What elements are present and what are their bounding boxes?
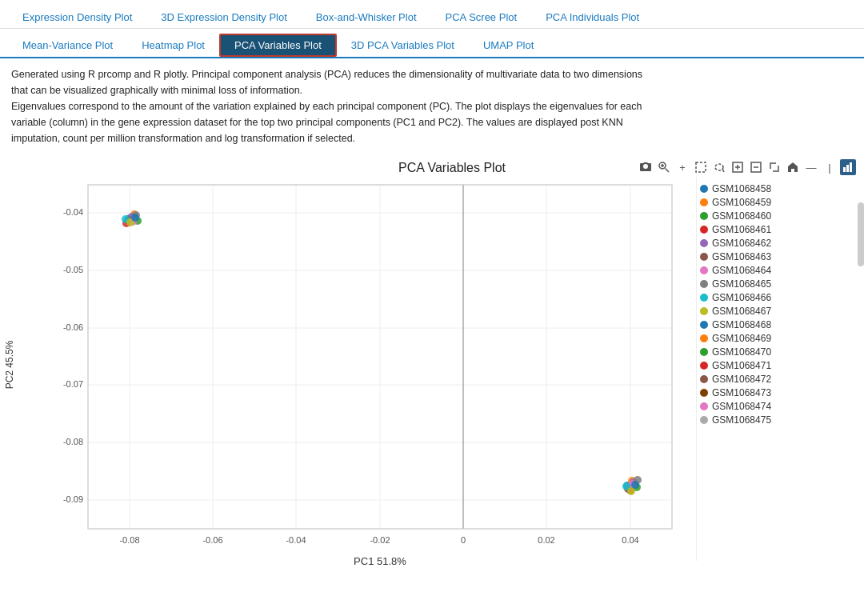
legend-item[interactable]: GSM1068459 xyxy=(700,197,785,208)
legend-item[interactable]: GSM1068467 xyxy=(700,306,785,317)
legend-dot xyxy=(700,389,708,397)
legend-dot xyxy=(700,239,708,247)
legend-item[interactable]: GSM1068469 xyxy=(700,333,785,344)
svg-text:-0.07: -0.07 xyxy=(63,379,83,389)
zoom-out-icon[interactable] xyxy=(748,159,764,175)
tab-3d-pca-variables[interactable]: 3D PCA Variables Plot xyxy=(337,34,469,56)
chart-svg: -0.08 -0.06 -0.04 -0.02 0 0.02 0.04 -0.0… xyxy=(40,177,696,561)
legend-label: GSM1068460 xyxy=(712,210,771,222)
svg-text:-0.02: -0.02 xyxy=(370,535,390,545)
zoom-icon[interactable] xyxy=(656,159,672,175)
camera-icon[interactable] xyxy=(638,159,654,175)
svg-text:-0.04: -0.04 xyxy=(63,207,83,217)
legend-panel: GSM1068458GSM1068459GSM1068460GSM1068461… xyxy=(696,177,788,561)
legend-dot xyxy=(700,375,708,383)
legend-item[interactable]: GSM1068474 xyxy=(700,401,785,412)
legend-label: GSM1068463 xyxy=(712,251,771,262)
legend-dot xyxy=(700,362,708,370)
spike-v-icon[interactable]: | xyxy=(822,159,838,175)
legend-label: GSM1068465 xyxy=(712,278,771,290)
legend-label: GSM1068461 xyxy=(712,224,771,235)
zoom-in-icon[interactable] xyxy=(730,159,746,175)
legend-dot xyxy=(700,307,708,315)
legend-dot xyxy=(700,334,708,342)
legend-item[interactable]: GSM1068461 xyxy=(700,224,785,235)
legend-dot xyxy=(700,321,708,329)
tab-umap[interactable]: UMAP Plot xyxy=(469,34,548,56)
svg-text:-0.08: -0.08 xyxy=(63,437,83,446)
legend-item[interactable]: GSM1068472 xyxy=(700,374,785,385)
svg-line-1 xyxy=(666,169,670,173)
legend-label: GSM1068473 xyxy=(712,387,771,398)
legend-item[interactable]: GSM1068460 xyxy=(700,210,785,222)
svg-text:-0.05: -0.05 xyxy=(63,265,83,274)
legend-dot xyxy=(700,266,708,274)
legend-label: GSM1068469 xyxy=(712,333,771,344)
svg-rect-14 xyxy=(850,162,852,172)
description-text: Generated using R prcomp and R plotly. P… xyxy=(0,58,656,154)
legend-item[interactable]: GSM1068466 xyxy=(700,292,785,303)
svg-text:-0.08: -0.08 xyxy=(119,535,139,545)
legend-label: GSM1068468 xyxy=(712,319,771,330)
spike-h-icon[interactable]: — xyxy=(803,159,819,175)
svg-point-5 xyxy=(715,164,723,170)
legend-label: GSM1068462 xyxy=(712,238,771,249)
lasso-icon[interactable] xyxy=(711,159,727,175)
svg-line-6 xyxy=(722,169,724,172)
legend-label: GSM1068464 xyxy=(712,265,771,276)
box-select-icon[interactable] xyxy=(693,159,709,175)
legend-item[interactable]: GSM1068470 xyxy=(700,346,785,358)
legend-label: GSM1068472 xyxy=(712,374,771,385)
chart-svg-container: -0.08 -0.06 -0.04 -0.02 0 0.02 0.04 -0.0… xyxy=(40,177,696,561)
chart-title-bar: PCA Variables Plot + xyxy=(40,158,864,177)
svg-text:-0.09: -0.09 xyxy=(63,494,83,504)
legend-dot xyxy=(700,348,708,356)
tab-pca-scree[interactable]: PCA Scree Plot xyxy=(431,6,532,28)
svg-rect-13 xyxy=(846,165,849,172)
legend-item[interactable]: GSM1068471 xyxy=(700,360,785,371)
tab-pca-variables[interactable]: PCA Variables Plot xyxy=(219,34,337,57)
legend-item[interactable]: GSM1068475 xyxy=(700,414,785,426)
svg-point-54 xyxy=(131,214,139,222)
legend-dot xyxy=(700,416,708,424)
legend-item[interactable]: GSM1068458 xyxy=(700,183,785,194)
svg-text:-0.04: -0.04 xyxy=(286,535,306,545)
legend-dot xyxy=(700,212,708,220)
legend-label: GSM1068466 xyxy=(712,292,771,303)
autoscale-icon[interactable] xyxy=(766,159,782,175)
svg-text:0.02: 0.02 xyxy=(538,535,554,545)
tab-heatmap[interactable]: Heatmap Plot xyxy=(127,34,219,56)
legend-dot xyxy=(700,253,708,261)
tab-box-whisker[interactable]: Box-and-Whisker Plot xyxy=(302,6,431,28)
legend-label: GSM1068459 xyxy=(712,197,771,208)
legend-dot xyxy=(700,226,708,234)
legend-item[interactable]: GSM1068462 xyxy=(700,238,785,249)
legend-label: GSM1068458 xyxy=(712,183,771,194)
svg-rect-4 xyxy=(696,162,706,172)
legend-label: GSM1068475 xyxy=(712,414,771,426)
legend-label: GSM1068467 xyxy=(712,306,771,317)
tab-expression-density[interactable]: Expression Density Plot xyxy=(8,6,146,28)
plot-area: PC2 45.5% PCA Variables Plot + xyxy=(0,154,864,561)
tab-bar-top: Expression Density Plot 3D Expression De… xyxy=(0,0,864,29)
plus-icon[interactable]: + xyxy=(674,159,690,175)
legend-item[interactable]: GSM1068464 xyxy=(700,265,785,276)
legend-label: GSM1068471 xyxy=(712,360,771,371)
tab-3d-expression-density[interactable]: 3D Expression Density Plot xyxy=(146,6,302,28)
legend-item[interactable]: GSM1068473 xyxy=(700,387,785,398)
svg-point-65 xyxy=(631,481,639,489)
tab-mean-variance[interactable]: Mean-Variance Plot xyxy=(8,34,127,56)
legend-item[interactable]: GSM1068465 xyxy=(700,278,785,290)
home-icon[interactable] xyxy=(785,159,801,175)
svg-rect-12 xyxy=(843,167,846,172)
bar-chart-icon[interactable] xyxy=(840,159,856,175)
legend-item[interactable]: GSM1068468 xyxy=(700,319,785,330)
tab-bar-bottom: Mean-Variance Plot Heatmap Plot PCA Vari… xyxy=(0,29,864,58)
tab-pca-individuals[interactable]: PCA Individuals Plot xyxy=(531,6,654,28)
legend-item[interactable]: GSM1068463 xyxy=(700,251,785,262)
legend-dot xyxy=(700,280,708,288)
description-content: Generated using R prcomp and R plotly. P… xyxy=(11,69,642,144)
legend-label: GSM1068470 xyxy=(712,346,771,358)
legend-label: GSM1068474 xyxy=(712,401,771,412)
svg-text:0.04: 0.04 xyxy=(622,535,638,545)
